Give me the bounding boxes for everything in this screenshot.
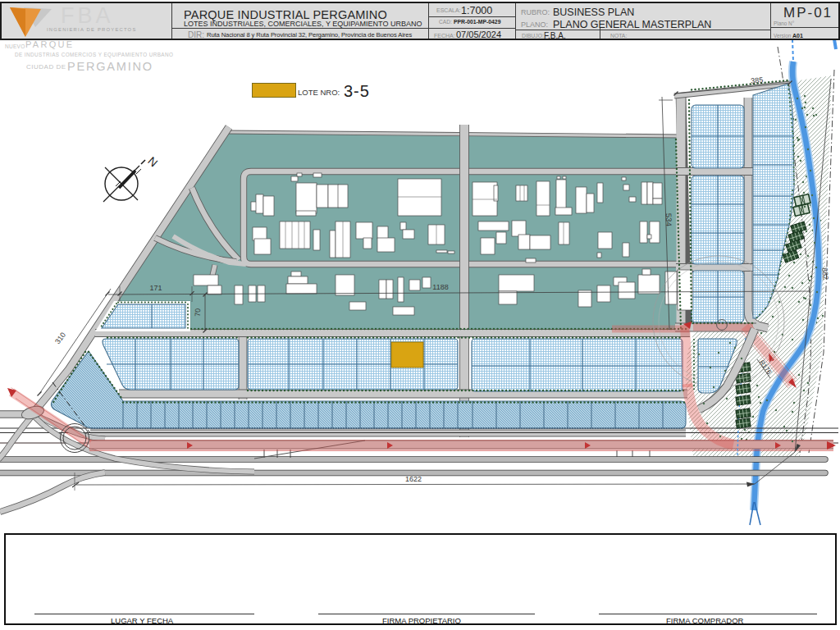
svg-text:882: 882 (820, 267, 830, 281)
svg-text:1622: 1622 (405, 475, 422, 483)
svg-text:1188: 1188 (432, 283, 448, 291)
svg-text:534: 534 (664, 213, 674, 226)
svg-text:70: 70 (194, 308, 202, 317)
svg-text:171: 171 (149, 284, 162, 292)
svg-text:385: 385 (751, 75, 764, 84)
